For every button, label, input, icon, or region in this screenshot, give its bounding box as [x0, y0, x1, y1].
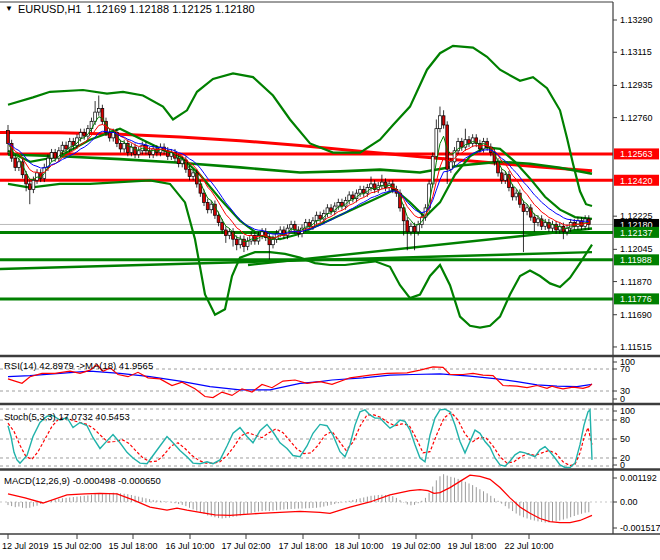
time-tick-label: 12 Jul 2019: [2, 541, 49, 551]
candle-body: [370, 184, 373, 188]
candle-body: [410, 226, 413, 232]
stoch-axis-tick-label: 0: [620, 460, 625, 470]
candle-body: [25, 175, 28, 184]
candle-body: [108, 132, 111, 138]
time-tick-label: 17 Jul 18:00: [278, 541, 327, 551]
macd-axis-tick-label: 0.001192: [620, 473, 657, 483]
candle-body: [435, 129, 438, 157]
time-tick-label: 18 Jul 10:00: [334, 541, 383, 551]
time-tick-label: 16 Jul 10:00: [165, 541, 214, 551]
candle-body: [290, 224, 293, 228]
candle-body: [413, 226, 416, 232]
candle-body: [72, 142, 75, 146]
candle-body: [221, 223, 224, 230]
candle-body: [14, 158, 17, 167]
candle-body: [337, 202, 340, 206]
price-tick-label: 1.13115: [620, 47, 652, 57]
candle-body: [210, 204, 213, 210]
candle-body: [217, 215, 220, 222]
price-tick-label: 1.12760: [620, 113, 653, 123]
candle-body: [123, 143, 126, 149]
symbol-period-label: EURUSD,H1: [18, 3, 82, 15]
candle-body: [50, 153, 53, 159]
time-tick-label: 17 Jul 02:00: [221, 541, 270, 551]
quote-ohlc-label: 1.12169 1.12188 1.12125 1.12180: [87, 3, 255, 15]
time-tick-label: 19 Jul 18:00: [447, 541, 496, 551]
symbol-dropdown-icon[interactable]: ▼: [5, 5, 13, 13]
candle-body: [460, 142, 463, 148]
price-tick-label: 1.12045: [620, 244, 653, 254]
price-badge-label: 1.11776: [620, 294, 652, 304]
candle-body: [152, 149, 155, 155]
candle-body: [228, 232, 231, 236]
rsi-axis-tick-label: 0: [620, 394, 625, 404]
price-badge-label: 1.12420: [620, 176, 653, 186]
stoch-axis-tick-label: 80: [620, 415, 630, 425]
candle-body: [319, 215, 322, 219]
price-badge-label: 1.11988: [620, 255, 652, 265]
candle-body: [326, 208, 329, 214]
time-tick-label: 15 Jul 02:00: [52, 541, 101, 551]
price-tick-label: 1.12935: [620, 80, 653, 90]
candle-body: [17, 162, 20, 168]
macd-axis-tick-label: 0.00: [620, 497, 638, 507]
candle-body: [537, 219, 540, 223]
candle-body: [206, 202, 209, 209]
chart-window: 1.132901.131151.129351.127601.122251.120…: [0, 0, 660, 560]
candle-body: [504, 175, 507, 181]
candle-body: [137, 151, 140, 155]
candle-body: [235, 239, 238, 245]
candle-body: [7, 131, 10, 144]
candle-body: [54, 153, 57, 159]
candle-body: [97, 108, 100, 112]
candle-body: [65, 145, 68, 149]
time-tick-label: 22 Jul 10:00: [504, 541, 553, 551]
candle-body: [192, 173, 195, 177]
price-tick-label: 1.11870: [620, 277, 652, 287]
candle-body: [79, 132, 82, 138]
candle-body: [449, 162, 452, 169]
price-badge-label: 1.12563: [620, 149, 653, 159]
candle-body: [203, 193, 206, 202]
candle-body: [406, 221, 409, 232]
candle-body: [526, 208, 529, 212]
candle-body: [359, 189, 362, 193]
time-tick-label: 15 Jul 18:00: [108, 541, 157, 551]
candle-body: [348, 195, 351, 201]
chart-title-row: ▼ EURUSD,H1 1.12169 1.12188 1.12125 1.12…: [5, 3, 255, 15]
rsi-axis-tick-label: 70: [620, 364, 630, 374]
candle-body: [555, 224, 558, 230]
macd-axis-tick-label: -0.001517: [620, 523, 660, 533]
price-tick-label: 1.11515: [620, 342, 652, 352]
candle-body: [515, 193, 518, 197]
rsi-panel-label: RSI(14) 42.8979 ->MA(18) 41.9565: [4, 360, 153, 371]
stoch-axis-tick-label: 50: [620, 434, 630, 444]
candle-body: [351, 195, 354, 199]
candle-body: [119, 143, 122, 149]
price-badge-label: 1.12137: [620, 228, 653, 238]
candle-body: [500, 173, 503, 180]
candle-body: [188, 169, 191, 176]
price-tick-label: 1.13290: [620, 15, 653, 25]
candle-body: [417, 224, 420, 231]
candle-body: [439, 116, 442, 129]
candle-body: [224, 230, 227, 236]
candle-body: [32, 180, 35, 189]
candle-body: [61, 145, 64, 151]
candle-body: [330, 208, 333, 212]
price-tick-label: 1.11690: [620, 310, 652, 320]
candle-body: [442, 116, 445, 125]
time-tick-label: 19 Jul 02:00: [391, 541, 440, 551]
candle-body: [246, 241, 249, 247]
candle-body: [511, 188, 514, 197]
candle-body: [239, 239, 242, 245]
candle-body: [315, 215, 318, 221]
macd-panel-label: MACD(12,26,9) -0.000498 -0.000650: [4, 475, 161, 486]
stoch-panel-label: Stoch(5,3,3) 17.0732 40.5453: [4, 411, 130, 422]
candle-body: [28, 184, 31, 190]
candle-body: [533, 217, 536, 223]
candle-body: [83, 132, 86, 136]
candle-body: [544, 223, 547, 227]
candle-body: [522, 204, 525, 211]
